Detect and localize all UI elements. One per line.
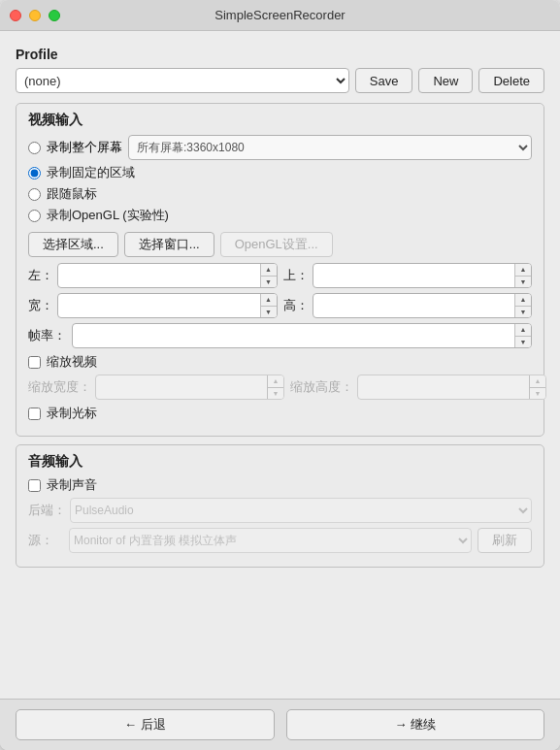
scale-video-label: 缩放视频 <box>47 353 97 371</box>
record-audio-label: 录制声音 <box>47 476 97 494</box>
fps-spinbox[interactable]: 30 ▲ ▼ <box>72 323 532 348</box>
window-title: SimpleScreenRecorder <box>10 8 550 22</box>
left-spinbox[interactable]: 826 ▲ ▼ <box>57 263 278 288</box>
audio-input-group: 音频输入 录制声音 后端： PulseAudio 源： Monitor of 内… <box>16 444 544 568</box>
scale-width-arrows: ▲ ▼ <box>267 375 283 399</box>
profile-section-title: Profile <box>16 47 544 62</box>
radio-opengl[interactable] <box>28 210 41 222</box>
video-input-group: 视频输入 录制整个屏幕 所有屏幕:3360x1080 录制固定的区域 跟随鼠标 <box>16 103 544 437</box>
profile-row: (none) Save New Delete <box>16 68 544 93</box>
radio-fullscreen[interactable] <box>28 142 41 154</box>
fps-arrows: ▲ ▼ <box>514 324 531 347</box>
refresh-button: 刷新 <box>478 528 532 553</box>
scale-width-label: 缩放宽度： <box>28 378 91 396</box>
radio-fixed-area-label: 录制固定的区域 <box>47 164 135 181</box>
delete-button[interactable]: Delete <box>478 68 544 93</box>
height-field-group: 高： 608 ▲ ▼ <box>283 293 533 318</box>
scale-width-down-arrow: ▼ <box>268 388 283 400</box>
fps-input[interactable]: 30 <box>73 324 514 347</box>
scale-video-row: 缩放视频 <box>28 353 532 371</box>
scale-width-up-arrow: ▲ <box>268 375 283 388</box>
main-content: Profile (none) Save New Delete 视频输入 录制整个… <box>0 31 560 699</box>
height-input[interactable]: 608 <box>313 294 515 317</box>
new-button[interactable]: New <box>418 68 473 93</box>
select-window-button[interactable]: 选择窗口... <box>124 232 214 257</box>
radio-row-follow-mouse: 跟随鼠标 <box>28 185 532 203</box>
area-buttons-row: 选择区域... 选择窗口... OpenGL设置... <box>28 232 532 257</box>
record-audio-checkbox[interactable] <box>28 479 41 492</box>
height-arrows: ▲ ▼ <box>514 294 531 317</box>
width-spinbox[interactable]: 1024 ▲ ▼ <box>57 293 278 318</box>
titlebar: SimpleScreenRecorder <box>0 0 560 31</box>
record-audio-row: 录制声音 <box>28 476 532 494</box>
record-cursor-label: 录制光标 <box>47 405 97 422</box>
record-cursor-row: 录制光标 <box>28 405 532 422</box>
top-down-arrow[interactable]: ▼ <box>515 277 531 288</box>
left-down-arrow[interactable]: ▼ <box>261 277 277 288</box>
scale-width-spinbox: 854 ▲ ▼ <box>95 375 284 400</box>
radio-row-fixed-area: 录制固定的区域 <box>28 164 532 181</box>
radio-row-opengl: 录制OpenGL (实验性) <box>28 207 532 224</box>
audio-input-label: 音频输入 <box>28 453 532 471</box>
radio-opengl-label: 录制OpenGL (实验性) <box>47 207 169 224</box>
left-top-row: 左： 826 ▲ ▼ 上： 249 ▲ <box>28 263 532 288</box>
top-label: 上： <box>283 267 309 284</box>
top-arrows: ▲ ▼ <box>514 264 531 287</box>
scale-height-group: 缩放高度： 480 ▲ ▼ <box>290 375 546 400</box>
screen-select[interactable]: 所有屏幕:3360x1080 <box>128 135 532 160</box>
width-height-row: 宽： 1024 ▲ ▼ 高： 608 ▲ <box>28 293 532 318</box>
height-up-arrow[interactable]: ▲ <box>515 294 531 307</box>
left-arrows: ▲ ▼ <box>260 264 277 287</box>
scale-height-spinbox: 480 ▲ ▼ <box>357 375 546 400</box>
top-spinbox[interactable]: 249 ▲ ▼ <box>313 263 533 288</box>
main-window: SimpleScreenRecorder Profile (none) Save… <box>0 0 560 750</box>
scale-height-down-arrow: ▼ <box>530 388 545 400</box>
video-input-label: 视频输入 <box>28 112 532 129</box>
top-up-arrow[interactable]: ▲ <box>515 264 531 277</box>
radio-fullscreen-label: 录制整个屏幕 <box>47 139 122 156</box>
height-down-arrow[interactable]: ▼ <box>515 307 531 318</box>
left-field-group: 左： 826 ▲ ▼ <box>28 263 278 288</box>
top-field-group: 上： 249 ▲ ▼ <box>283 263 533 288</box>
profile-select[interactable]: (none) <box>16 68 349 93</box>
scale-height-up-arrow: ▲ <box>530 375 545 388</box>
width-field-group: 宽： 1024 ▲ ▼ <box>28 293 278 318</box>
save-button[interactable]: Save <box>355 68 413 93</box>
radio-follow-mouse[interactable] <box>28 188 41 201</box>
scale-video-checkbox[interactable] <box>28 356 41 369</box>
backend-row: 后端： PulseAudio <box>28 498 532 523</box>
scale-height-input: 480 <box>358 375 529 399</box>
top-input[interactable]: 249 <box>313 264 515 287</box>
record-cursor-checkbox[interactable] <box>28 408 41 420</box>
scale-dimensions-row: 缩放宽度： 854 ▲ ▼ 缩放高度： 480 ▲ <box>28 375 532 400</box>
footer: ← 后退 → 继续 <box>0 699 560 750</box>
select-area-button[interactable]: 选择区域... <box>28 232 118 257</box>
radio-row-full-screen: 录制整个屏幕 所有屏幕:3360x1080 <box>28 135 532 160</box>
scale-height-label: 缩放高度： <box>290 378 353 396</box>
radio-fixed-area[interactable] <box>28 167 41 179</box>
back-button[interactable]: ← 后退 <box>16 709 275 740</box>
width-input[interactable]: 1024 <box>58 294 260 317</box>
backend-select: PulseAudio <box>70 498 532 523</box>
fps-down-arrow[interactable]: ▼ <box>515 337 531 348</box>
width-down-arrow[interactable]: ▼ <box>261 307 277 318</box>
fps-row: 帧率： 30 ▲ ▼ <box>28 323 532 348</box>
height-spinbox[interactable]: 608 ▲ ▼ <box>313 293 533 318</box>
fps-label: 帧率： <box>28 327 66 344</box>
scale-width-group: 缩放宽度： 854 ▲ ▼ <box>28 375 284 400</box>
left-input[interactable]: 826 <box>58 264 260 287</box>
left-label: 左： <box>28 267 53 284</box>
left-up-arrow[interactable]: ▲ <box>261 264 277 277</box>
width-arrows: ▲ ▼ <box>260 294 277 317</box>
source-row: 源： Monitor of 内置音频 模拟立体声 刷新 <box>28 528 532 553</box>
backend-label: 后端： <box>28 502 66 519</box>
height-label: 高： <box>283 297 309 314</box>
width-up-arrow[interactable]: ▲ <box>261 294 277 307</box>
fps-up-arrow[interactable]: ▲ <box>515 324 531 337</box>
width-label: 宽： <box>28 297 53 314</box>
continue-button[interactable]: → 继续 <box>286 709 545 740</box>
scale-height-arrows: ▲ ▼ <box>529 375 545 399</box>
scale-width-input: 854 <box>96 375 267 399</box>
source-select: Monitor of 内置音频 模拟立体声 <box>69 528 472 553</box>
opengl-settings-button: OpenGL设置... <box>220 232 333 257</box>
